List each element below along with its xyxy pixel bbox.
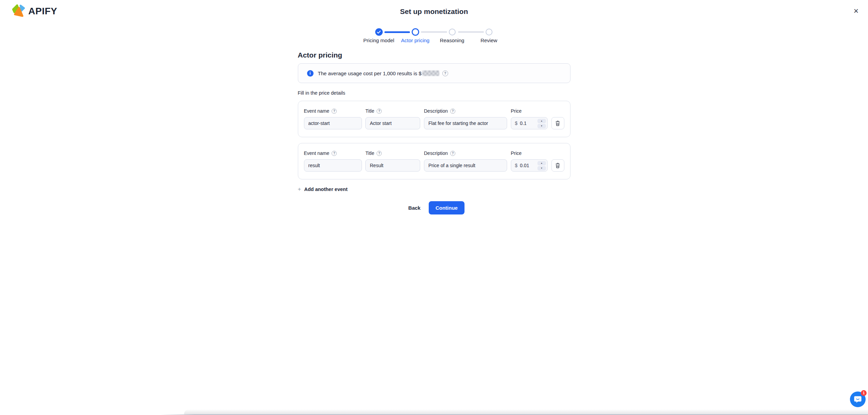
- back-button[interactable]: Back: [403, 202, 425, 213]
- price-increment-button[interactable]: ▲: [537, 161, 546, 165]
- help-icon[interactable]: ?: [332, 109, 337, 114]
- fill-price-details-label: Fill in the price details: [298, 90, 570, 96]
- actor-pricing-section: Actor pricing i The average usage cost p…: [298, 51, 570, 214]
- chat-widget: 1: [850, 392, 866, 407]
- description-input[interactable]: [424, 159, 507, 172]
- price-label: Price: [511, 150, 522, 156]
- redacted-value: [422, 70, 439, 76]
- price-stepper: ▲ ▼: [537, 119, 546, 128]
- title-input[interactable]: [365, 159, 420, 172]
- add-another-event-button[interactable]: + Add another event: [298, 186, 348, 192]
- price-increment-button[interactable]: ▲: [537, 119, 546, 123]
- stepper-connector: [421, 31, 447, 33]
- price-input[interactable]: $ ▲ ▼: [511, 117, 548, 129]
- title-label: Title: [365, 108, 374, 114]
- help-icon[interactable]: ?: [377, 151, 382, 156]
- pricing-event-card: Event name ? Title ? Description ? Price: [298, 101, 570, 137]
- dialog-actions: Back Continue: [298, 201, 570, 214]
- title-label: Title: [365, 150, 374, 156]
- stepper-connector: [458, 31, 484, 33]
- help-icon[interactable]: ?: [442, 70, 448, 76]
- progress-stepper: Pricing model Actor pricing Reasoning Re…: [375, 28, 493, 44]
- delete-event-button[interactable]: [551, 159, 564, 172]
- step-reasoning[interactable]: Reasoning: [440, 37, 465, 43]
- window-bottom-shadow: [184, 409, 868, 414]
- event-name-label: Event name: [304, 150, 330, 156]
- description-input[interactable]: [424, 117, 507, 129]
- description-label: Description: [424, 108, 448, 114]
- price-input[interactable]: $ ▲ ▼: [511, 159, 548, 172]
- help-icon[interactable]: ?: [450, 151, 455, 156]
- step-review[interactable]: Review: [481, 37, 497, 43]
- step-upcoming-circle[interactable]: [449, 29, 456, 35]
- usage-cost-text: The average usage cost per 1,000 results…: [318, 70, 448, 76]
- step-active-circle[interactable]: [412, 28, 419, 36]
- add-another-event-label: Add another event: [304, 187, 347, 192]
- event-name-input[interactable]: [304, 159, 362, 172]
- currency-symbol: $: [515, 121, 518, 126]
- step-complete-check-icon[interactable]: [375, 28, 383, 36]
- price-decrement-button[interactable]: ▼: [537, 166, 546, 171]
- price-decrement-button[interactable]: ▼: [537, 124, 546, 128]
- notification-badge: 1: [861, 390, 867, 396]
- close-icon[interactable]: ✕: [852, 7, 861, 16]
- step-actor-pricing[interactable]: Actor pricing: [401, 37, 429, 43]
- dialog-title: Set up monetization: [0, 7, 868, 16]
- help-icon[interactable]: ?: [377, 109, 382, 114]
- delete-event-button[interactable]: [551, 117, 564, 129]
- event-name-input[interactable]: [304, 117, 362, 129]
- description-label: Description: [424, 150, 448, 156]
- step-upcoming-circle[interactable]: [486, 29, 492, 35]
- page-title: Actor pricing: [298, 51, 570, 59]
- stepper-connector-complete: [384, 31, 410, 33]
- help-icon[interactable]: ?: [450, 109, 455, 114]
- price-value-input[interactable]: [520, 121, 534, 126]
- step-pricing-model[interactable]: Pricing model: [363, 37, 394, 43]
- title-input[interactable]: [365, 117, 420, 129]
- continue-button[interactable]: Continue: [429, 201, 465, 214]
- info-icon: i: [307, 70, 314, 77]
- plus-icon: +: [298, 186, 301, 192]
- event-name-label: Event name: [304, 108, 330, 114]
- trash-icon: [555, 163, 560, 169]
- trash-icon: [555, 121, 560, 126]
- usage-cost-info-banner: i The average usage cost per 1,000 resul…: [298, 63, 570, 83]
- dialog-header: APIFY Set up monetization ✕: [0, 0, 868, 22]
- help-icon[interactable]: ?: [332, 151, 337, 156]
- price-value-input[interactable]: [520, 163, 534, 168]
- pricing-event-card: Event name ? Title ? Description ? Price: [298, 143, 570, 179]
- price-label: Price: [511, 108, 522, 114]
- currency-symbol: $: [515, 163, 518, 168]
- price-stepper: ▲ ▼: [537, 161, 546, 171]
